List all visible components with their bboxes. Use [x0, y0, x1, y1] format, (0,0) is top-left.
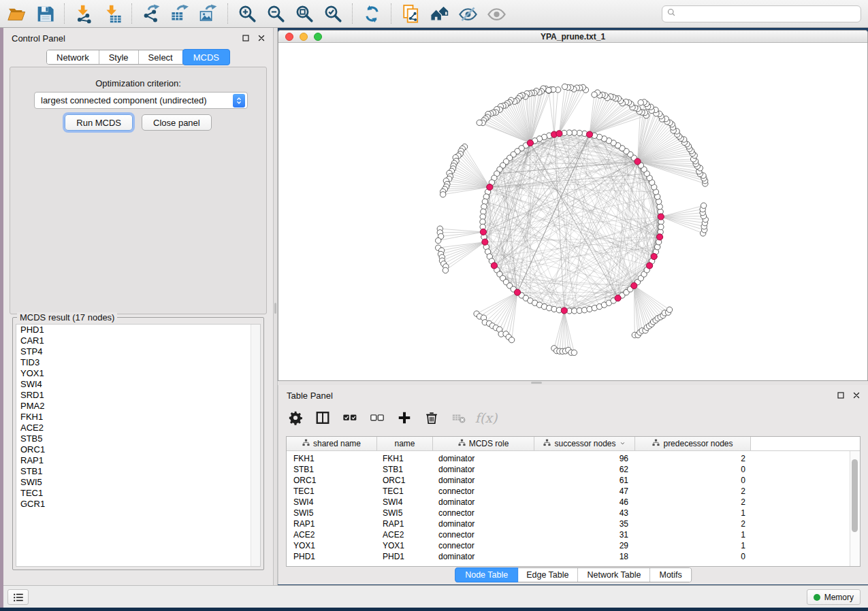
close-traffic-light-icon[interactable] [285, 33, 293, 41]
leaf-node[interactable] [592, 92, 597, 97]
export-table-icon[interactable] [167, 2, 193, 25]
maximize-traffic-light-icon[interactable] [314, 33, 322, 41]
leaf-node[interactable] [666, 307, 672, 312]
home-icon[interactable] [426, 2, 452, 25]
float-window-icon[interactable] [241, 33, 251, 43]
ring-node[interactable] [658, 224, 664, 229]
dominator-node[interactable] [615, 295, 621, 301]
table-row[interactable]: PHD1PHD1dominator180 [287, 551, 860, 562]
mcds-result-item[interactable]: PHD1 [16, 325, 260, 335]
column-header-MCDS-role[interactable]: MCDS role [433, 437, 534, 450]
leaf-node[interactable] [477, 120, 482, 125]
mcds-result-item[interactable]: STB5 [16, 433, 260, 444]
dominator-node[interactable] [561, 308, 567, 314]
tab-network[interactable]: Network [47, 50, 99, 64]
dominator-node[interactable] [480, 229, 486, 235]
dominator-node[interactable] [651, 253, 657, 259]
scrollbar-thumb[interactable] [852, 459, 858, 532]
network-window-titlebar[interactable]: YPA_prune.txt_1 [278, 31, 867, 43]
delete-row-icon[interactable] [423, 409, 440, 427]
deselect-all-icon[interactable] [368, 409, 386, 427]
leaf-node[interactable] [436, 237, 441, 243]
mcds-result-item[interactable]: CAR1 [16, 335, 260, 346]
refresh-icon[interactable] [359, 2, 385, 25]
mcds-result-item[interactable]: RAP1 [16, 455, 260, 466]
ring-node[interactable] [657, 204, 662, 210]
import-table-icon[interactable] [99, 2, 125, 25]
leaf-node[interactable] [440, 192, 446, 197]
export-network-icon[interactable] [138, 2, 164, 25]
export-image-icon[interactable] [195, 2, 221, 25]
table-row[interactable]: ORC1ORC1dominator610 [287, 475, 860, 486]
optimization-criterion-select[interactable]: largest connected component (undirected) [34, 92, 248, 109]
tab-network-table[interactable]: Network Table [579, 568, 651, 582]
mcds-result-item[interactable]: TID3 [16, 357, 260, 368]
tab-edge-table[interactable]: Edge Table [517, 568, 578, 582]
hide-selected-icon[interactable] [455, 2, 481, 25]
dominator-node[interactable] [586, 131, 592, 137]
leaf-node[interactable] [443, 267, 448, 273]
leaf-node[interactable] [509, 337, 514, 342]
tab-motifs[interactable]: Motifs [650, 568, 690, 582]
ring-node[interactable] [482, 199, 487, 204]
mcds-result-item[interactable]: PMA2 [16, 401, 260, 412]
dominator-node[interactable] [631, 282, 637, 288]
table-row[interactable]: ACE2ACE2connector311 [287, 529, 860, 540]
table-row[interactable]: TEC1TEC1connector472 [287, 486, 860, 497]
list-menu-icon[interactable] [7, 589, 29, 605]
table-row[interactable]: SWI4SWI4dominator462 [287, 497, 860, 508]
memory-button[interactable]: Memory [807, 589, 861, 605]
zoom-in-icon[interactable] [234, 2, 260, 25]
mcds-list-scrollbar[interactable] [251, 325, 260, 566]
column-header-shared-name[interactable]: shared name [287, 437, 377, 450]
network-canvas[interactable] [278, 43, 867, 380]
dominator-node[interactable] [658, 214, 664, 220]
tab-style[interactable]: Style [99, 50, 139, 64]
leaf-node[interactable] [562, 84, 567, 89]
dominator-node[interactable] [647, 263, 653, 269]
close-panel-button[interactable]: Close panel [142, 114, 212, 131]
zoom-selected-icon[interactable] [320, 2, 346, 25]
dominator-node[interactable] [491, 263, 497, 269]
show-columns-icon[interactable] [314, 409, 332, 427]
mcds-result-item[interactable]: SWI4 [16, 379, 260, 390]
network-graph[interactable] [278, 43, 867, 380]
column-header-predecessor-nodes[interactable]: predecessor nodes [635, 437, 751, 450]
mcds-result-item[interactable]: YOX1 [16, 368, 260, 379]
table-row[interactable]: STB1STB1dominator620 [287, 464, 860, 475]
tab-mcds[interactable]: MCDS [182, 49, 230, 65]
close-icon[interactable] [852, 391, 861, 400]
mcds-result-item[interactable]: ORC1 [16, 444, 260, 455]
vertical-splitter[interactable] [273, 28, 278, 585]
dominator-node[interactable] [556, 131, 562, 137]
float-window-icon[interactable] [836, 391, 846, 400]
mcds-result-item[interactable]: STP4 [16, 346, 260, 357]
run-mcds-button[interactable]: Run MCDS [65, 114, 133, 131]
table-row[interactable]: YOX1YOX1connector291 [287, 540, 860, 551]
zoom-fit-icon[interactable] [291, 2, 317, 25]
mcds-result-item[interactable]: SRD1 [16, 390, 260, 401]
dominator-node[interactable] [482, 239, 488, 245]
mcds-result-item[interactable]: TEC1 [16, 488, 260, 499]
network-from-selection-icon[interactable] [398, 2, 423, 25]
mcds-result-item[interactable]: STB1 [16, 466, 260, 477]
settings-gear-icon[interactable] [287, 409, 304, 427]
mcds-result-item[interactable]: SWI5 [16, 477, 260, 488]
dominator-node[interactable] [527, 140, 533, 146]
dominator-node[interactable] [487, 184, 493, 190]
leaf-node[interactable] [571, 350, 577, 355]
dominator-node[interactable] [514, 289, 520, 295]
table-row[interactable]: RAP1RAP1dominator352 [287, 518, 860, 529]
leaf-node[interactable] [701, 203, 706, 208]
column-header-successor-nodes[interactable]: successor nodes [534, 437, 635, 450]
minimize-traffic-light-icon[interactable] [300, 33, 308, 41]
tab-node-table[interactable]: Node Table [455, 567, 518, 582]
zoom-out-icon[interactable] [263, 2, 289, 25]
dominator-node[interactable] [657, 234, 663, 240]
mcds-result-item[interactable]: GCR1 [16, 499, 260, 510]
add-row-icon[interactable] [396, 409, 413, 427]
dominator-node[interactable] [634, 159, 641, 165]
mcds-result-item[interactable]: ACE2 [16, 423, 260, 433]
select-all-icon[interactable] [341, 409, 359, 427]
leaf-node[interactable] [546, 87, 551, 93]
